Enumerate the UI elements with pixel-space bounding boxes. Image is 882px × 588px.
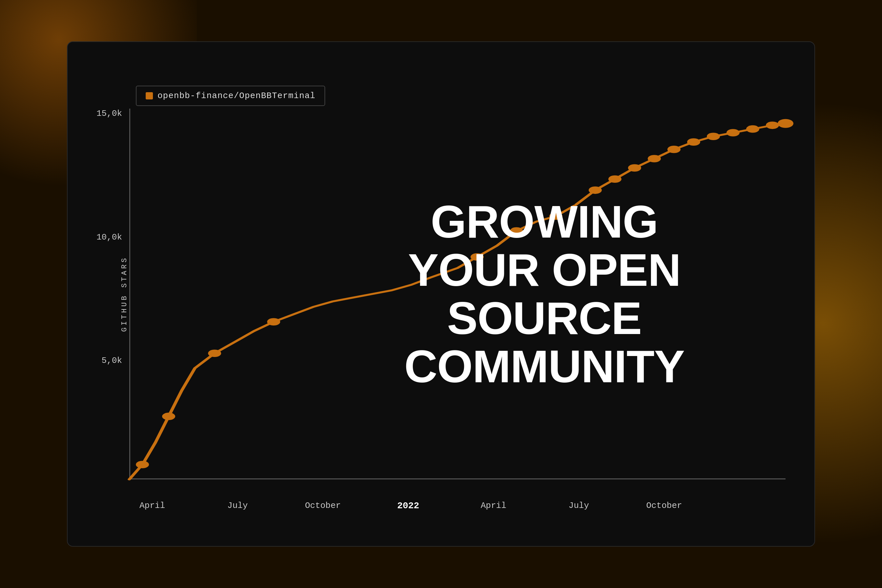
x-tick-october-1: October <box>305 501 340 511</box>
dot-16 <box>746 125 759 133</box>
dot-17 <box>766 122 779 129</box>
x-tick-april-1: April <box>140 501 165 511</box>
y-tick-15k: 15,0k <box>96 109 128 118</box>
dot-10 <box>628 164 641 172</box>
chart-card: openbb-finance/OpenBBTerminal GITHUB STA… <box>67 41 815 547</box>
dot-15 <box>726 129 740 136</box>
y-tick-10k: 10,0k <box>96 232 128 242</box>
dot-13 <box>687 138 700 146</box>
legend-label: openbb-finance/OpenBBTerminal <box>158 91 315 101</box>
dot-14 <box>707 133 720 140</box>
dot-2 <box>162 413 175 420</box>
legend-color-swatch <box>146 92 153 99</box>
chart-area: 15,0k 10,0k 5,0k April July October 2022… <box>129 109 786 479</box>
dot-18 <box>778 119 794 128</box>
dot-1 <box>136 461 149 469</box>
dot-7 <box>549 212 562 220</box>
legend: openbb-finance/OpenBBTerminal <box>136 86 325 106</box>
y-tick-5k: 5,0k <box>96 356 128 366</box>
chart-container: openbb-finance/OpenBBTerminal GITHUB STA… <box>96 72 786 516</box>
x-tick-july-1: July <box>227 501 248 511</box>
x-tick-october-2: October <box>646 501 682 511</box>
dot-9 <box>608 175 621 183</box>
dot-11 <box>648 155 661 162</box>
dot-4 <box>267 318 280 326</box>
chart-line <box>129 123 786 479</box>
line-chart-svg <box>129 109 786 479</box>
dot-8 <box>589 186 602 194</box>
y-tick-labels: 15,0k 10,0k 5,0k <box>96 109 128 479</box>
x-tick-2022: 2022 <box>397 501 419 511</box>
dot-12 <box>668 146 681 153</box>
x-tick-july-2: July <box>568 501 589 511</box>
dot-6 <box>510 227 523 235</box>
x-tick-april-2: April <box>481 501 506 511</box>
dot-5 <box>471 254 484 261</box>
dot-3 <box>208 350 221 357</box>
